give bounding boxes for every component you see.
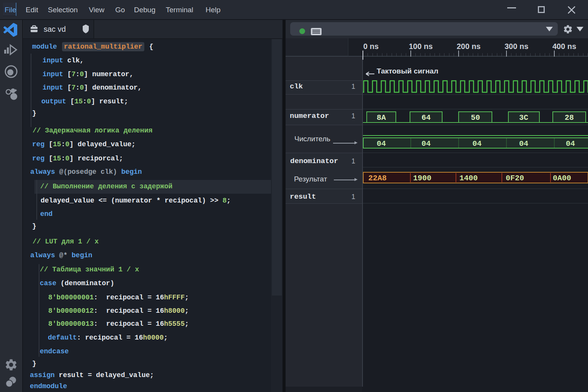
svg-text:0F20: 0F20 bbox=[506, 174, 524, 183]
svg-text:22A8: 22A8 bbox=[368, 174, 387, 183]
svg-text:04: 04 bbox=[519, 139, 528, 148]
svg-text:28: 28 bbox=[565, 113, 574, 122]
svg-text:50: 50 bbox=[471, 113, 480, 122]
svg-text:04: 04 bbox=[377, 139, 386, 148]
svg-text:64: 64 bbox=[421, 113, 431, 122]
svg-text:3C: 3C bbox=[519, 113, 528, 122]
svg-text:0A00: 0A00 bbox=[553, 174, 571, 183]
svg-text:04: 04 bbox=[566, 139, 575, 148]
svg-text:8A: 8A bbox=[377, 113, 386, 122]
svg-text:1400: 1400 bbox=[459, 174, 478, 183]
svg-text:04: 04 bbox=[421, 139, 431, 148]
svg-text:1900: 1900 bbox=[413, 174, 431, 183]
svg-text:04: 04 bbox=[472, 139, 482, 148]
